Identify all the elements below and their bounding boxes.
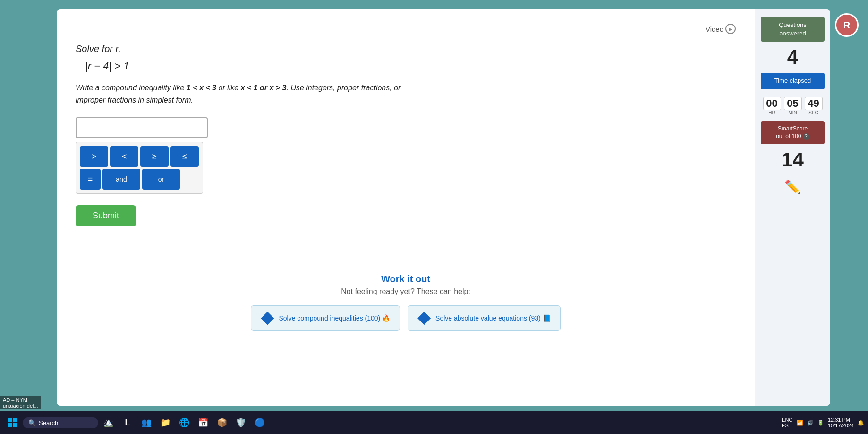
svg-rect-2 (8, 423, 12, 427)
taskbar-app-landscape[interactable]: 🏔️ (100, 414, 117, 431)
taskbar-app-edge[interactable]: 🌐 (176, 414, 193, 431)
help-card-2[interactable]: Solve absolute value equations (93) 📘 (408, 305, 560, 331)
taskbar-battery-icon: 🔋 (817, 420, 824, 426)
smart-score-help[interactable]: ? (803, 133, 809, 140)
time-min-value: 05 (784, 97, 802, 110)
problem-title: Solve for r. (76, 43, 736, 54)
questions-answered-box: Questions answered (761, 17, 825, 42)
side-label-2: untuación del... (3, 403, 38, 408)
search-bar[interactable]: 🔍 Search (23, 417, 98, 428)
taskbar-app-box[interactable]: 📦 (213, 414, 230, 431)
taskbar-notification-icon[interactable]: 🔔 (858, 420, 864, 426)
time-min-label: MIN (784, 110, 802, 115)
time-sec-value: 49 (805, 97, 823, 110)
taskbar-app-l[interactable]: L (119, 414, 136, 431)
help-card-1[interactable]: Solve compound inequalities (100) 🔥 (251, 305, 400, 331)
instructions: Write a compound inequality like 1 < x <… (76, 82, 406, 106)
taskbar-volume-icon: 🔊 (807, 420, 814, 426)
search-icon: 🔍 (28, 419, 36, 426)
smart-score-label: SmartScore (778, 125, 808, 132)
taskbar-app-calendar[interactable]: 📅 (195, 414, 212, 431)
taskbar: 🔍 Search 🏔️ L 👥 📁 🌐 📅 📦 🛡️ 🔵 ENG ES 📶 🔊 … (0, 411, 868, 434)
smart-score-value: 14 (782, 150, 804, 170)
questions-count: 4 (787, 47, 798, 67)
video-play-icon: ▶ (725, 24, 736, 34)
svg-rect-1 (13, 418, 17, 422)
btn-or[interactable]: or (142, 169, 180, 190)
example1: 1 < x < 3 (187, 84, 216, 92)
content-area: Video ▶ Solve for r. |r − 4| > 1 Write a… (57, 9, 755, 406)
solve-for-label: Solve for r. (76, 43, 121, 54)
windows-start-icon[interactable] (4, 414, 21, 431)
answer-input[interactable] (76, 117, 208, 138)
smart-score-sublabel: out of 100 (776, 133, 801, 139)
svg-rect-3 (13, 423, 17, 427)
avatar: R (835, 13, 859, 37)
btn-and[interactable]: and (102, 169, 140, 190)
taskbar-app-teams[interactable]: 👥 (138, 414, 155, 431)
help-cards: Solve compound inequalities (100) 🔥 Solv… (76, 305, 736, 331)
btn-row-2: = and or (80, 169, 199, 190)
taskbar-app-blue[interactable]: 🔵 (251, 414, 268, 431)
video-button[interactable]: Video ▶ (706, 24, 736, 34)
work-section: Work it out Not feeling ready yet? These… (76, 274, 736, 331)
work-subtitle: Not feeling ready yet? These can help: (76, 287, 736, 296)
time-hr-value: 00 (763, 97, 781, 110)
svg-rect-0 (8, 418, 12, 422)
time-hr-label: HR (763, 110, 781, 115)
taskbar-right: ENG ES 📶 🔊 🔋 12:31 PM 10/17/2024 🔔 (782, 417, 864, 428)
taskbar-app-shield[interactable]: 🛡️ (232, 414, 249, 431)
btn-greater[interactable]: > (80, 146, 108, 167)
main-container: Video ▶ Solve for r. |r − 4| > 1 Write a… (57, 9, 830, 406)
btn-row-1: > < ≥ ≤ (80, 146, 199, 167)
diamond-icon-1 (261, 312, 274, 325)
time-elapsed-label: Time elapsed (774, 77, 811, 84)
work-title: Work it out (76, 274, 736, 285)
side-label-left: AD – NYM untuación del... (0, 396, 41, 409)
time-display: 00 HR 05 MIN 49 SEC (763, 97, 823, 115)
btn-less[interactable]: < (110, 146, 138, 167)
time-sec-unit: 49 SEC (805, 97, 823, 115)
header-row: Video ▶ (76, 24, 736, 34)
help-card-2-label: Solve absolute value equations (93) 📘 (435, 314, 550, 322)
submit-button[interactable]: Submit (76, 205, 136, 226)
pencil-icon[interactable]: ✏️ (784, 179, 801, 195)
instructions-prefix: Write a compound inequality like (76, 84, 187, 92)
diamond-icon-2 (417, 312, 431, 325)
help-card-1-label: Solve compound inequalities (100) 🔥 (279, 314, 390, 322)
equation: |r − 4| > 1 (85, 60, 736, 72)
time-elapsed-box: Time elapsed (761, 73, 825, 89)
calculator-grid: > < ≥ ≤ = and or (76, 142, 203, 194)
taskbar-left: 🔍 Search 🏔️ L 👥 📁 🌐 📅 📦 🛡️ 🔵 (4, 414, 779, 431)
smart-score-box: SmartScore out of 100 ? (761, 121, 825, 145)
time-hr-unit: 00 HR (763, 97, 781, 115)
time-min-unit: 05 MIN (784, 97, 802, 115)
btn-lte[interactable]: ≤ (170, 146, 199, 167)
time-sec-label: SEC (805, 110, 823, 115)
questions-answered-label: Questions answered (779, 21, 807, 37)
video-label: Video (706, 25, 723, 33)
btn-gte[interactable]: ≥ (140, 146, 169, 167)
example2: x < 1 or x > 3 (241, 84, 287, 92)
taskbar-app-files[interactable]: 📁 (157, 414, 174, 431)
btn-equals[interactable]: = (80, 169, 101, 190)
sidebar: Questions answered 4 Time elapsed 00 HR … (755, 9, 830, 406)
taskbar-lang: ENG ES (782, 417, 793, 428)
search-label: Search (39, 419, 58, 426)
taskbar-datetime: 12:31 PM 10/17/2024 (828, 417, 854, 428)
taskbar-wifi-icon: 📶 (797, 420, 803, 426)
side-label-1: AD – NYM (3, 397, 38, 403)
instructions-middle: or like (216, 84, 241, 92)
